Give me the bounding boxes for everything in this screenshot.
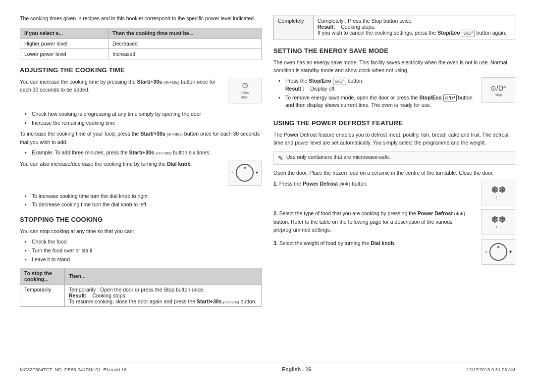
energy-save-heading: SETTING THE ENERGY SAVE MODE [273,47,515,54]
dial-illustration: − + [228,160,262,186]
step1-content: ❄❄ ⋮⋮ 1. Press the Power Defrost (❄❄) bu… [273,180,515,209]
footer: MC32F604TCT_ND_DE68-04173K-01_EN.indd 16… [20,362,515,372]
table1-row1-col2: Decreased [108,38,262,49]
dial-illustration-defrost: − + [482,239,515,265]
table1-col1-header: If you select a... [20,28,108,38]
table1-row1-col1: Higher power level [20,38,108,49]
step3-text: 3. Select the weight of food by turning … [273,239,515,247]
stop-row1-content: Temporarily : Open the door or press the… [65,284,262,306]
completely-desc: Completely : Press the Stop button twice… [318,18,413,24]
list-item: To remove energy save mode, open the doo… [278,94,515,110]
defrost-icon-label1: ⋮⋮ [495,196,502,200]
cancel-text: If you wish to cancel the cooking settin… [318,30,506,36]
adjusting-heading: ADJUSTING THE COOKING TIME [20,66,262,74]
list-item: Increase the remaining cooking time [25,119,262,127]
page: The cooking times given in recipes and i… [0,0,535,392]
step1-text: 1. Press the Power Defrost (❄❄) button. [273,180,515,188]
list-item: Press the Stop/Eco ⊙/D⁴ button. Result :… [278,77,515,93]
snowflake-icon2: ❄❄ [491,214,506,225]
power-defrost-para2: Open the door. Place the frozen food on … [273,169,515,177]
result-label-temp: Result: [69,293,87,298]
power-defrost-para1: The Power Defrost feature enables you to… [273,131,515,147]
footer-right: 12/17/2013 9:31:03 AM [467,367,515,372]
start-button-label: +30sStart [241,91,249,99]
stop-row1-label: Temporarily [20,284,65,306]
cooking-stops-temp: Cooking stops. [92,293,126,298]
stop-table-col1-header: To stop the cooking... [20,268,65,284]
step2-text: 2. Select the type of food that you are … [273,209,515,234]
table1-row2-col2: Increased [108,49,262,59]
result-label-completely: Result: [318,24,335,30]
dial-circle-defrost [489,243,507,261]
power-defrost-btn1-illustration: ❄❄ ⋮⋮ [482,180,515,205]
power-level-table: If you select a... Then the cooking time… [20,28,262,59]
step2-content: ❄❄ ⋮⋮ 2. Select the type of food that yo… [273,209,515,239]
stopping-heading: STOPPING THE COOKING [20,216,262,223]
list-item: Example: To add three minutes, press the… [25,149,262,157]
power-defrost-btn2-illustration: ❄❄ ⋮⋮ [482,209,515,235]
power-defrost-heading: USING THE POWER DEFROST FEATURE [273,119,515,127]
cooking-stops-completely: Cooking stops. [341,24,375,30]
list-item: Check how cooking is progressing at any … [25,110,262,118]
completely-label: Completely [274,15,314,40]
defrost-icon-label2: ⋮⋮ [495,226,502,230]
completely-table: Completely Completely : Press the Stop b… [273,15,515,40]
note-text: Use only containers that are microwave-s… [286,154,390,160]
adjusting-bullets2: Example: To add three minutes, press the… [25,149,262,157]
list-item: To increase cooking time turn the dial k… [25,193,262,200]
table-row: Lower power level Increased [20,49,262,59]
step1-num: 1. [273,181,278,187]
footer-center: English - 16 [282,366,311,372]
adjusting-para3: You can also increase/decrease the cooki… [20,160,262,168]
right-column: Completely Completely : Press the Stop b… [273,15,515,354]
list-item: Check the food [25,238,262,246]
completely-content: Completely : Press the Stop button twice… [314,15,515,40]
energy-save-bullets: Press the Stop/Eco ⊙/D⁴ button. Result :… [278,77,515,109]
energy-save-para1: The oven has an energy save mode. This f… [273,58,515,75]
temporarily-text: Temporarily : Open the door or press the… [69,287,205,293]
display-off: Display off. [310,86,336,92]
adjusting-para1: You can increase the cooking time by pre… [20,78,262,94]
energy-save-content: ⊙/D⁴ Stop Press the Stop/Eco ⊙/D⁴ button… [273,77,515,112]
left-column: The cooking times given in recipes and i… [20,15,262,354]
table-row: Completely Completely : Press the Stop b… [274,15,515,40]
note-icon: ✎ [278,154,283,162]
intro-text: The cooking times given in recipes and i… [20,15,262,23]
step2-num: 2. [273,210,278,216]
dial-content: − + You can also increase/decrease the c… [20,160,262,190]
footer-left: MC32F604TCT_ND_DE68-04173K-01_EN.indd 16 [20,367,126,372]
dial-circle-icon [236,164,254,182]
stopping-para1: You can stop cooking at any time so that… [20,227,262,235]
step3-num: 3. [273,240,278,246]
resume-text: To resume cooking, close the door again … [69,298,257,304]
list-item: Turn the food over or stir it [25,247,262,255]
adjusting-para2: To increase the cooking time of your foo… [20,130,262,146]
list-item: Leave it to stand [25,256,262,264]
result-energy: Result : [285,86,305,92]
stop-table-col2-header: Then... [65,268,262,284]
list-item: To decrease cooking time turn the dial k… [25,201,262,209]
table1-col2-header: Then the cooking time must be... [108,28,262,38]
adjusting-content: ⊙ +30sStart You can increase the cooking… [20,78,262,107]
table-row: Temporarily Temporarily : Open the door … [20,284,262,306]
start-button-icon: ⊙ [242,82,248,90]
stopping-table: To stop the cooking... Then... Temporari… [20,268,262,307]
adjusting-bullets3: To increase cooking time turn the dial k… [25,193,262,209]
adjusting-bullets1: Check how cooking is progressing at any … [25,110,262,127]
table-row: Higher power level Decreased [20,38,262,49]
step3-content: − + 3. Select the weight of food by turn… [273,239,515,269]
start-button-illustration: ⊙ +30sStart [228,78,262,103]
stopping-bullets1: Check the food Turn the food over or sti… [25,238,262,263]
snowflake-icon1: ❄❄ [491,185,506,196]
note-box: ✎ Use only containers that are microwave… [273,151,515,165]
table1-row2-col1: Lower power level [20,49,108,59]
